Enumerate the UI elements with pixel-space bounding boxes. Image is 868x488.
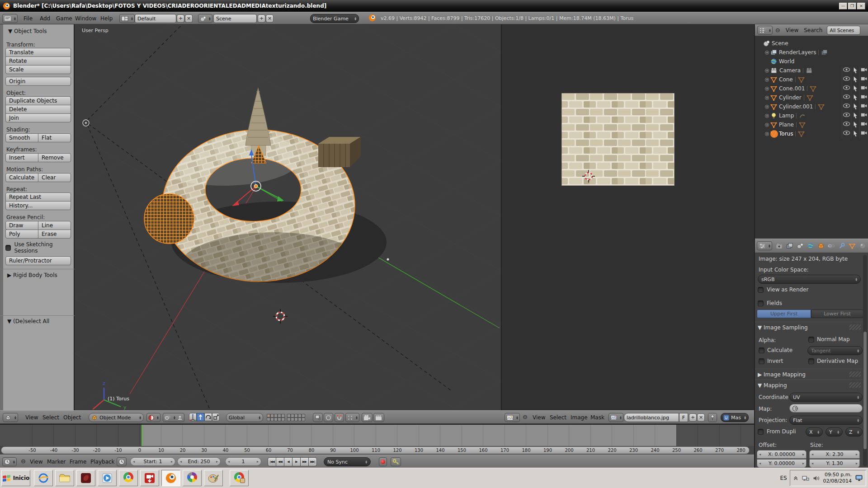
taskbar-app-file-explorer[interactable] [55,470,74,486]
menu-file[interactable]: File [22,14,34,23]
taskbar-app-internet-explorer[interactable] [34,470,53,486]
duplicate-objects-button[interactable]: Duplicate Objects [5,96,71,105]
gp-erase-button[interactable]: Erase [38,230,71,239]
language-indicator[interactable]: ES [780,475,787,481]
offset-x-field[interactable]: ◂X: 0.00000▸ [757,450,807,459]
use-sketching-sessions-checkbox[interactable] [5,245,11,251]
display-icon[interactable] [855,475,863,481]
fields-checkbox[interactable] [758,300,764,306]
view-as-render-checkbox[interactable] [758,287,764,293]
outliner-item-plane[interactable]: +Plane [755,120,868,129]
tangent-selector[interactable]: Tangent▲▼ [807,346,863,355]
layer-toggle[interactable] [302,418,305,421]
translate-button[interactable]: Translate [5,48,71,57]
pivot-point-selector[interactable]: ▲▼ [163,413,184,422]
new-image-button[interactable]: + [689,413,697,422]
timeline-menu-marker[interactable]: Marker [45,457,67,466]
taskbar-app-picasa[interactable] [183,470,202,486]
calculate-alpha-checkbox[interactable] [759,347,764,353]
history-button[interactable]: History... [5,201,71,210]
image-sampling-panel-header[interactable]: ▼ Image Sampling [758,324,808,331]
outliner-item-torus[interactable]: +Torus [755,129,868,138]
outliner-editor-type-selector[interactable]: ▲▼ [757,26,773,35]
properties-tab-object[interactable] [816,241,826,250]
taskbar-app-chrome[interactable] [119,470,138,486]
screen-layout-icon-button[interactable]: ▲▼ [119,14,135,23]
layer-toggle[interactable] [270,418,274,421]
gp-line-button[interactable]: Line [38,221,71,230]
origin-button[interactable]: Origin [5,77,71,86]
timeline-ruler[interactable]: -50-40-30-20-100102030405060708090100110… [0,446,754,455]
properties-tab-scene[interactable] [795,241,805,250]
outliner-item-cone[interactable]: +Cone [755,75,868,84]
uv-menu-image[interactable]: Image [569,413,590,422]
maximize-button[interactable]: ❐ [848,3,856,9]
layer-toggle[interactable] [287,414,291,418]
rotate-button[interactable]: Rotate [5,56,71,66]
properties-tab-constraints[interactable] [826,241,836,250]
projection-selector[interactable]: Flat▲▼ [789,416,863,425]
layer-toggle[interactable] [281,414,285,418]
deselect-all-panel-header[interactable]: ▼ (De)select All [7,318,49,324]
frame-end-field[interactable]: ◂End: 250▸ [177,457,221,466]
uv-map-field[interactable] [789,404,863,413]
expand-icon[interactable]: + [765,87,769,91]
rotate-manipulator-button[interactable] [204,413,212,421]
flat-button[interactable]: Flat [38,133,71,142]
visibility-eye-icon[interactable] [843,67,850,74]
layer-toggle[interactable] [302,414,305,418]
timeline-menu-playback[interactable]: Playback [89,457,117,466]
uv-menu-mask[interactable]: Mask [589,413,606,422]
axis-x-selector[interactable]: X▲▼ [806,427,823,436]
renderability-camera-icon[interactable] [860,76,868,83]
coordinate-selector[interactable]: UV▲▼ [789,393,863,402]
outliner-item-camera[interactable]: +Camera [755,66,868,75]
expand-icon[interactable]: + [765,114,769,118]
layer-toggle[interactable] [278,418,281,421]
layer-toggle[interactable] [274,414,278,418]
timeline-track[interactable] [0,425,754,446]
manipulator-axes-icon[interactable] [189,413,197,421]
lower-first-button[interactable]: Lower First [811,310,863,318]
minimize-button[interactable]: — [839,3,847,9]
renderability-camera-icon[interactable] [860,67,868,74]
remove-keyframe-button[interactable]: Remove [38,153,71,162]
outliner-item-cylinder[interactable]: +Cylinder [755,93,868,102]
visibility-eye-icon[interactable] [843,103,850,110]
outliner-menu-view[interactable]: View [784,26,800,35]
outliner-item-world[interactable]: World [755,57,868,66]
wireframe-sphere-object[interactable] [144,194,194,244]
visibility-eye-icon[interactable] [843,76,850,83]
color-space-selector[interactable]: sRGB▲▼ [758,275,861,284]
invert-alpha-checkbox[interactable] [759,358,764,364]
selectability-cursor-icon[interactable] [852,121,859,128]
network-icon[interactable] [802,475,809,481]
lock-to-scene-button[interactable] [313,413,323,422]
object-tools-panel-header[interactable]: ▼ Object Tools [8,28,47,34]
viewport-editor-type-selector[interactable]: ▲▼ [3,413,18,422]
properties-scrollbar[interactable] [863,255,867,466]
layer-toggle[interactable] [281,418,285,421]
expand-icon[interactable]: + [765,123,769,127]
taskbar-app-media-app[interactable] [76,470,95,486]
snap-toggle-button[interactable] [335,413,344,422]
viewport-menu-view[interactable]: View [24,413,40,422]
add-layout-button[interactable]: + [177,14,184,23]
timeline-menu-view[interactable]: View [28,457,44,466]
uv-image-editor[interactable] [501,24,754,410]
menu-game[interactable]: Game [54,14,74,23]
visibility-eye-icon[interactable] [843,121,850,128]
join-button[interactable]: Join [5,113,71,122]
expand-icon[interactable]: + [765,105,769,109]
size-x-field[interactable]: ◂X: 2.30▸ [809,450,860,459]
editor-type-selector[interactable]: ▲▼ [2,14,18,23]
selectability-cursor-icon[interactable] [852,103,859,110]
scene-icon-button[interactable]: ▲▼ [198,14,212,23]
prev-frame-button[interactable]: ◀ [284,457,292,466]
renderability-camera-icon[interactable] [860,85,868,92]
render-opengl-anim-button[interactable] [373,413,384,422]
renderability-camera-icon[interactable] [860,121,868,128]
render-engine-selector[interactable]: Blender Game▲▼ [310,14,359,23]
expand-icon[interactable]: + [765,69,769,73]
translate-manipulator-button[interactable] [197,413,204,421]
